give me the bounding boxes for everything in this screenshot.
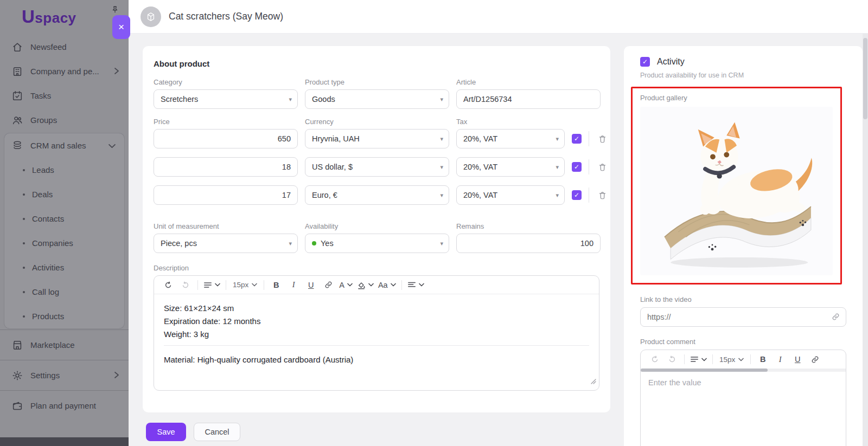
about-product-card: About product Category Product type Arti… — [143, 46, 610, 412]
select-caret-icon: ▾ — [556, 135, 559, 143]
description-editor: 15px B I U A — [154, 275, 599, 391]
toolbar-separator — [750, 354, 751, 364]
activity-helper-text: Product availability for use in CRM — [640, 72, 846, 79]
unit-label: Unit of measurement — [154, 222, 298, 230]
bold-button[interactable]: B — [756, 353, 769, 366]
price-row: US dollar, $ ▾ 20%, VAT ▾ ✓ — [154, 157, 599, 177]
vertical-scrollbar[interactable] — [863, 34, 868, 446]
link-button[interactable] — [322, 279, 335, 292]
chevron-down-icon — [347, 283, 353, 287]
remains-label: Remains — [456, 222, 601, 230]
tax-label: Tax — [456, 118, 565, 126]
product-type-value: Goods — [312, 95, 335, 104]
link-icon — [324, 280, 333, 289]
unit-select[interactable]: Piece, pcs ▾ — [154, 234, 298, 253]
green-dot-icon — [312, 241, 316, 245]
select-caret-icon: ▾ — [440, 96, 443, 103]
redo-button[interactable] — [666, 353, 679, 366]
trash-icon — [598, 191, 607, 200]
undo-icon — [164, 281, 173, 289]
toolbar-separator — [712, 354, 713, 364]
save-button[interactable]: Save — [146, 423, 186, 441]
close-icon: × — [118, 21, 124, 33]
tax-select-1[interactable]: 20%, VAT ▾ — [456, 129, 565, 148]
article-input[interactable] — [456, 89, 601, 109]
description-text[interactable]: Size: 61×21×24 sm Expiration date: 12 mo… — [154, 294, 599, 390]
font-size-select[interactable]: 15px — [233, 281, 257, 289]
align-select[interactable] — [407, 279, 424, 292]
description-line: Material: High-quality corrugated cardbo… — [164, 353, 589, 366]
cube-icon — [145, 11, 156, 22]
underline-button[interactable]: U — [791, 353, 804, 366]
font-size-select[interactable]: 15px — [719, 355, 744, 364]
cancel-button[interactable]: Cancel — [194, 423, 240, 441]
right-panel: ✓ Activity Product availability for use … — [624, 46, 863, 446]
font-size-value: 15px — [233, 281, 248, 289]
availability-value: Yes — [321, 239, 334, 248]
description-label: Description — [154, 264, 599, 272]
activity-row: ✓ Activity — [640, 57, 846, 67]
check-icon: ✓ — [574, 135, 579, 143]
currency-select-1[interactable]: Hryvnia, UAH ▾ — [305, 129, 449, 148]
unit-value: Piece, pcs — [161, 239, 197, 248]
price-input-1[interactable] — [154, 129, 298, 148]
product-type-select[interactable]: Goods ▾ — [305, 89, 449, 109]
underline-button[interactable]: U — [304, 279, 317, 292]
font-color-select[interactable]: A — [339, 279, 353, 292]
currency-select-3[interactable]: Euro, € ▾ — [305, 185, 449, 205]
fill-icon — [357, 281, 366, 289]
resize-handle-icon[interactable] — [591, 375, 596, 388]
undo-button[interactable] — [648, 353, 661, 366]
description-divider — [164, 345, 589, 346]
chevron-down-icon — [368, 283, 374, 287]
italic-button[interactable]: I — [287, 279, 300, 292]
link-icon — [810, 355, 820, 364]
price-active-checkbox-2[interactable]: ✓ — [572, 162, 582, 172]
sidebar-dim-overlay — [0, 0, 129, 446]
product-comment-input[interactable] — [641, 372, 846, 442]
text-style-select[interactable]: Aa — [378, 279, 396, 292]
category-select[interactable]: Scretchers ▾ — [154, 89, 298, 109]
line-height-select[interactable] — [203, 279, 220, 292]
link-button[interactable] — [808, 353, 821, 366]
video-link-input[interactable] — [640, 307, 846, 327]
chevron-down-icon — [738, 358, 744, 361]
product-gallery-image[interactable] — [640, 107, 833, 275]
price-active-checkbox-1[interactable]: ✓ — [572, 134, 582, 144]
delete-price-button-1[interactable] — [589, 131, 607, 146]
product-avatar — [141, 7, 161, 27]
undo-button[interactable] — [162, 279, 175, 292]
line-height-icon — [203, 281, 212, 289]
category-label: Category — [154, 78, 298, 86]
check-icon: ✓ — [574, 163, 579, 171]
select-caret-icon: ▾ — [289, 240, 292, 247]
select-caret-icon: ▾ — [440, 164, 443, 171]
product-comment-label: Product comment — [640, 338, 846, 346]
delete-price-button-3[interactable] — [589, 188, 607, 203]
currency-select-2[interactable]: US dollar, $ ▾ — [305, 157, 449, 177]
description-line: Expiration date: 12 months — [164, 315, 589, 328]
bold-button[interactable]: B — [270, 279, 283, 292]
highlight-color-select[interactable] — [357, 279, 374, 292]
price-input-3[interactable] — [154, 185, 298, 205]
price-active-checkbox-3[interactable]: ✓ — [572, 190, 582, 200]
section-title: About product — [154, 59, 599, 68]
description-line: Weight: 3 kg — [164, 328, 589, 341]
close-sidebar-button[interactable]: × — [112, 15, 130, 39]
tax-select-2[interactable]: 20%, VAT ▾ — [456, 157, 565, 177]
remains-input[interactable] — [456, 234, 601, 253]
activity-checkbox[interactable]: ✓ — [640, 57, 650, 67]
link-icon — [831, 312, 840, 324]
modal-header: Cat scratchers (Say Meow) — [129, 0, 868, 34]
tax-select-3[interactable]: 20%, VAT ▾ — [456, 185, 565, 205]
price-row: Euro, € ▾ 20%, VAT ▾ ✓ — [154, 185, 599, 205]
scrollbar-thumb[interactable] — [863, 38, 867, 119]
price-input-2[interactable] — [154, 157, 298, 177]
redo-button[interactable] — [179, 279, 192, 292]
italic-button[interactable]: I — [774, 353, 787, 366]
line-height-select[interactable] — [690, 353, 707, 366]
video-link-label: Link to the video — [640, 295, 846, 303]
delete-price-button-2[interactable] — [589, 159, 607, 174]
form-actions: Save Cancel — [146, 423, 240, 441]
availability-select[interactable]: Yes ▾ — [305, 234, 449, 253]
